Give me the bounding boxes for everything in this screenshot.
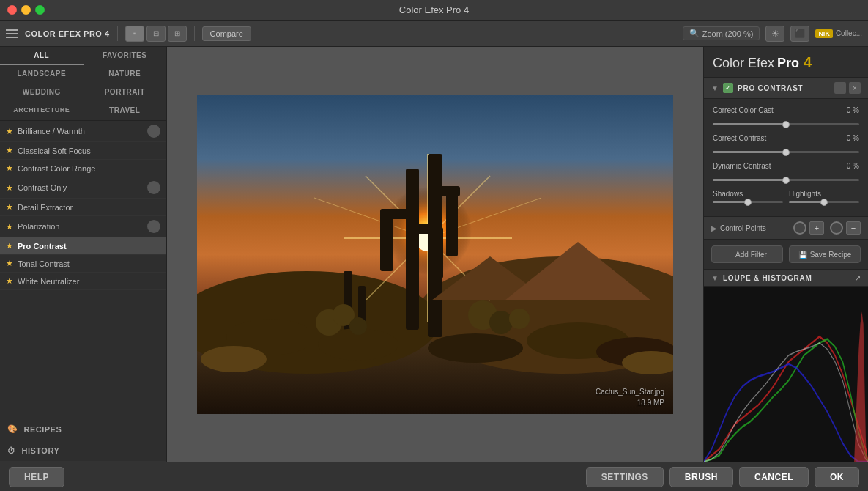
minimize-button[interactable]	[21, 5, 31, 15]
export-icon-button[interactable]: ⬛	[790, 26, 809, 42]
settings-button[interactable]: SETTINGS	[586, 467, 664, 487]
section-enable-checkbox[interactable]: ✓	[723, 83, 733, 93]
tab-all[interactable]: ALL	[0, 47, 84, 65]
filter-label: Contrast Only	[18, 183, 143, 192]
svg-rect-17	[380, 213, 393, 271]
filter-item-brilliance-warmth[interactable]: ★ Brilliance / Warmth	[0, 121, 166, 142]
tab-portrait[interactable]: PORTRAIT	[84, 84, 167, 102]
highlights-slider[interactable]	[789, 201, 859, 203]
single-view-button[interactable]: ▪	[125, 26, 144, 42]
sidebar-footer: 🎨 RECIPES ⏱ HISTORY	[0, 418, 166, 462]
sidebar: ALL FAVORITES LANDSCAPE NATURE WEDDING P…	[0, 47, 167, 462]
svg-point-35	[489, 311, 513, 334]
tab-wedding[interactable]: WEDDING	[0, 84, 84, 102]
filter-item-polarization[interactable]: ★ Polarization	[0, 216, 166, 237]
correct-contrast-slider[interactable]	[713, 151, 859, 153]
svg-point-28	[428, 333, 523, 363]
filter-label: Classical Soft Focus	[18, 147, 160, 155]
tab-nature[interactable]: NATURE	[84, 65, 167, 84]
cancel-button[interactable]: CANCEL	[739, 467, 809, 487]
filter-item-detail-extractor[interactable]: ★ Detail Extractor	[0, 199, 166, 216]
tab-architecture[interactable]: ARCHITECTURE	[0, 102, 84, 120]
slider-track[interactable]	[713, 179, 859, 181]
history-item[interactable]: ⏱ HISTORY	[0, 440, 166, 462]
slider-track[interactable]	[713, 123, 859, 125]
section-header[interactable]: ▼ ✓ PRO CONTRAST — ×	[704, 78, 868, 99]
filter-list: ★ Brilliance / Warmth ★ Classical Soft F…	[0, 121, 166, 418]
save-recipe-button[interactable]: 💾 Save Recipe	[789, 246, 861, 263]
filter-dot	[147, 125, 160, 138]
split-v-view-button[interactable]: ⊞	[168, 26, 187, 42]
history-label: HISTORY	[22, 446, 60, 455]
filter-item-white-neutralizer[interactable]: ★ White Neutralizer	[0, 273, 166, 290]
histogram-body	[704, 287, 868, 462]
shadows-slider[interactable]	[713, 201, 783, 203]
maximize-button[interactable]	[35, 5, 45, 15]
filter-dot	[147, 220, 160, 233]
histogram-header[interactable]: ▼ LOUPE & HISTOGRAM ↗	[704, 270, 868, 287]
slider-track[interactable]	[713, 151, 859, 153]
shadows-control: Shadows	[713, 190, 783, 203]
panel-header: Color Efex Pro 4	[704, 47, 868, 78]
star-icon: ★	[6, 163, 13, 173]
add-control-point-button[interactable]: +	[809, 221, 824, 235]
help-button[interactable]: HELP	[9, 467, 64, 487]
menu-icon[interactable]	[6, 26, 21, 41]
svg-rect-23	[428, 186, 460, 196]
control-point-circle	[793, 221, 806, 235]
brush-button[interactable]: BRUSH	[669, 467, 733, 487]
filter-item-pro-contrast[interactable]: ★ Pro Contrast	[0, 237, 166, 255]
brand-name: COLOR EFEX PRO 4	[25, 29, 110, 38]
close-button[interactable]	[7, 5, 17, 15]
correct-contrast-value: 0 %	[837, 134, 859, 142]
filter-item-classical-soft-focus[interactable]: ★ Classical Soft Focus	[0, 142, 166, 160]
filter-label: Detail Extractor	[18, 203, 160, 212]
filename-text: Cactus_Sun_Star.jpg	[596, 386, 664, 397]
light-icon-button[interactable]: ☀	[765, 26, 784, 42]
photo-background	[197, 95, 673, 414]
add-filter-button[interactable]: + Add Filter	[711, 246, 783, 263]
tab-travel[interactable]: TRAVEL	[84, 102, 167, 120]
section-collapse-button[interactable]: —	[834, 82, 846, 94]
highlights-control: Highlights	[789, 190, 859, 203]
control-points-row[interactable]: ▶ Control Points + −	[704, 216, 868, 240]
svg-rect-18	[380, 209, 418, 219]
star-icon: ★	[6, 202, 13, 212]
correct-color-cast-slider[interactable]	[713, 123, 859, 125]
category-tabs: ALL FAVORITES LANDSCAPE NATURE WEDDING P…	[0, 47, 166, 121]
filter-label: White Neutralizer	[18, 277, 160, 286]
filter-item-contrast-color-range[interactable]: ★ Contrast Color Range	[0, 160, 166, 177]
svg-rect-16	[406, 169, 419, 330]
filter-label: Brilliance / Warmth	[18, 127, 143, 136]
remove-control-point-button[interactable]: −	[846, 221, 861, 235]
filter-dot	[147, 181, 160, 194]
histogram-section: ▼ LOUPE & HISTOGRAM ↗	[704, 270, 868, 462]
shadows-highlights-row: Shadows Highlights	[713, 190, 859, 203]
filter-item-tonal-contrast[interactable]: ★ Tonal Contrast	[0, 255, 166, 273]
filter-item-contrast-only[interactable]: ★ Contrast Only	[0, 177, 166, 199]
compare-button[interactable]: Compare	[202, 26, 251, 41]
section-close-button[interactable]: ×	[849, 82, 861, 94]
panel-title: Color Efex	[713, 56, 774, 71]
panel-version: 4	[804, 54, 812, 71]
dynamic-contrast-slider[interactable]	[713, 179, 859, 181]
tab-favorites[interactable]: FAVORITES	[84, 47, 167, 65]
ok-button[interactable]: OK	[815, 467, 859, 487]
divider2	[194, 26, 195, 41]
expand-icon[interactable]: ↗	[855, 274, 861, 282]
filter-label: Tonal Contrast	[18, 259, 160, 268]
section-title: PRO CONTRAST	[738, 84, 830, 92]
split-h-view-button[interactable]: ⊟	[146, 26, 166, 42]
window-title: Color Efex Pro 4	[399, 4, 469, 15]
filename-badge: Cactus_Sun_Star.jpg 18.9 MP	[596, 386, 664, 408]
shadows-label: Shadows	[713, 190, 783, 198]
filter-label: Polarization	[18, 222, 143, 231]
dynamic-contrast-label: Dynamic Contrast	[713, 162, 771, 170]
zoom-display[interactable]: 🔍 Zoom (200 %)	[683, 26, 760, 40]
tab-landscape[interactable]: LANDSCAPE	[0, 65, 84, 84]
toolbar-left: COLOR EFEX PRO 4 ▪ ⊟ ⊞ Compare	[6, 26, 251, 42]
recipes-item[interactable]: 🎨 RECIPES	[0, 418, 166, 440]
chevron-right-icon: ▶	[711, 224, 717, 232]
star-icon: ★	[6, 146, 13, 155]
bottom-bar: HELP SETTINGS BRUSH CANCEL OK	[0, 462, 868, 491]
